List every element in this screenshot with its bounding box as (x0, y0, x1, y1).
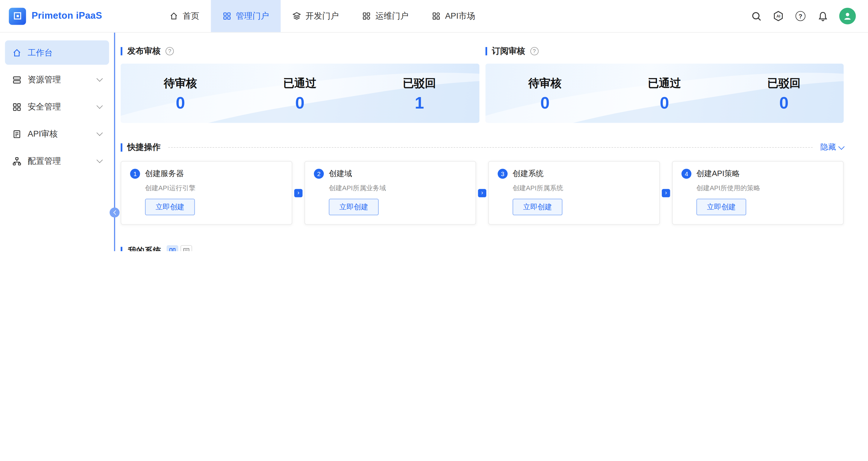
subscribe-review-stats-card: 待审核 0 已通过 0 已驳回 0 (485, 64, 844, 123)
avatar-person-icon (843, 11, 852, 21)
header-actions: AI ? (751, 0, 868, 32)
stat-pending: 待审核 0 (485, 64, 604, 123)
stat-rejected: 已驳回 1 (360, 64, 479, 123)
section-accent-bar (121, 47, 122, 55)
section-header: 发布审核 ? (121, 46, 479, 56)
sidebar-item-resources[interactable]: 资源管理 (5, 67, 109, 92)
card-description: 创建API运行引擎 (145, 184, 283, 193)
ai-assistant-icon[interactable]: AI (773, 10, 784, 22)
help-icon[interactable]: ? (795, 10, 806, 22)
ops-grid-icon (362, 12, 371, 21)
quick-action-cards: 1 创建服务器 创建API运行引擎 立即创建 › 2 创建域 (121, 161, 844, 225)
quick-action-card-create-api-policy: 4 创建API策略 创建API所使用的策略 立即创建 (672, 161, 844, 225)
create-now-button[interactable]: 立即创建 (145, 199, 195, 215)
section-accent-bar (121, 143, 122, 151)
quick-actions-header: 快捷操作 隐藏 (121, 142, 844, 152)
help-glyph: ? (795, 11, 805, 21)
arrow-right-icon: › (478, 189, 486, 197)
stat-label: 已通过 (283, 76, 316, 91)
stat-label: 已通过 (648, 76, 681, 91)
nav-item-ops-portal[interactable]: 运维门户 (350, 0, 420, 32)
step-number-badge: 2 (314, 169, 324, 179)
list-view-button[interactable] (181, 245, 192, 251)
create-now-button[interactable]: 立即创建 (513, 199, 562, 215)
card-view-button[interactable] (167, 245, 179, 251)
user-avatar[interactable] (839, 8, 856, 24)
brand-logo (9, 7, 26, 25)
chevron-left-icon (113, 210, 118, 215)
my-systems-header: 我的系统 (121, 245, 844, 251)
security-icon (12, 102, 22, 112)
quick-action-card-create-server: 1 创建服务器 创建API运行引擎 立即创建 (121, 161, 292, 225)
card-header: 4 创建API策略 (681, 169, 834, 179)
search-icon[interactable] (751, 10, 762, 22)
chevron-down-icon (96, 157, 103, 163)
brand: Primeton iPaaS (0, 0, 158, 32)
publish-review-panel: 发布审核 ? 待审核 0 已通过 0 已驳回 (121, 46, 479, 123)
quick-action-card-create-domain: 2 创建域 创建API所属业务域 立即创建 (305, 161, 476, 225)
step-number-badge: 1 (130, 169, 140, 179)
sidebar: 工作台 资源管理 安全管理 API审 (0, 33, 115, 251)
card-title: 创建服务器 (145, 169, 184, 179)
publish-review-stats-card: 待审核 0 已通过 0 已驳回 1 (121, 64, 479, 123)
api-review-icon (12, 129, 22, 139)
card-description: 创建API所使用的策略 (696, 184, 834, 193)
bell-icon[interactable] (817, 10, 828, 22)
sidebar-item-label: 资源管理 (28, 74, 61, 85)
connector: › (660, 161, 672, 225)
stat-rejected: 已驳回 0 (724, 64, 844, 123)
section-title: 订阅审核 (492, 45, 525, 56)
brand-name: Primeton iPaaS (32, 10, 102, 22)
help-icon[interactable]: ? (530, 47, 538, 55)
section-accent-bar (121, 247, 122, 251)
stat-approved: 已通过 0 (605, 64, 724, 123)
nav-item-dev-portal[interactable]: 开发门户 (281, 0, 350, 32)
stat-label: 已驳回 (403, 76, 436, 91)
nav-item-api-market[interactable]: API市场 (420, 0, 487, 32)
stat-value: 0 (295, 94, 305, 111)
stat-value: 0 (660, 94, 669, 111)
card-header: 1 创建服务器 (130, 169, 283, 179)
top-nav: 首页 管理门户 开发门户 运维门户 (158, 0, 487, 32)
help-icon[interactable]: ? (165, 47, 174, 55)
step-number-badge: 4 (681, 169, 691, 179)
chevron-down-icon (96, 102, 103, 109)
create-now-button[interactable]: 立即创建 (696, 199, 746, 215)
config-tree-icon (12, 156, 22, 166)
market-grid-icon (432, 12, 440, 21)
main-content: 发布审核 ? 待审核 0 已通过 0 已驳回 (115, 33, 868, 251)
step-number-badge: 3 (498, 169, 508, 179)
section-accent-bar (485, 47, 487, 55)
sidebar-item-label: 配置管理 (28, 156, 61, 166)
dotted-divider (168, 147, 812, 148)
stat-pending: 待审核 0 (121, 64, 240, 123)
list-view-icon (183, 247, 190, 251)
card-title: 创建API策略 (696, 169, 740, 179)
card-description: 创建API所属系统 (513, 184, 650, 193)
sidebar-item-workbench[interactable]: 工作台 (5, 40, 109, 65)
top-header: Primeton iPaaS 首页 管理门户 开发门户 (0, 0, 868, 33)
sidebar-item-config[interactable]: 配置管理 (5, 149, 109, 173)
sidebar-item-api-review[interactable]: API审核 (5, 122, 109, 146)
sidebar-collapse-button[interactable] (110, 208, 120, 217)
chevron-down-icon (96, 75, 103, 82)
create-now-button[interactable]: 立即创建 (329, 199, 379, 215)
home-icon (169, 12, 178, 21)
nav-item-label: 开发门户 (306, 11, 339, 22)
quick-actions-section: 快捷操作 隐藏 1 创建服务器 创建API运行引擎 立即创建 (121, 142, 844, 225)
nav-item-label: 管理门户 (236, 11, 269, 22)
view-toggle (167, 245, 192, 251)
my-systems-section: 我的系统 (121, 245, 844, 251)
section-title: 发布审核 (127, 45, 160, 56)
hide-quick-actions-link[interactable]: 隐藏 (820, 142, 844, 152)
stat-value: 0 (779, 94, 789, 111)
nav-item-admin-portal[interactable]: 管理门户 (211, 0, 281, 32)
nav-item-home[interactable]: 首页 (158, 0, 211, 32)
stat-label: 待审核 (164, 76, 197, 91)
grid-icon (222, 12, 231, 21)
section-header: 订阅审核 ? (485, 46, 844, 56)
stat-label: 待审核 (528, 76, 561, 91)
sidebar-item-security[interactable]: 安全管理 (5, 95, 109, 119)
stat-approved: 已通过 0 (240, 64, 360, 123)
card-description: 创建API所属业务域 (329, 184, 467, 193)
